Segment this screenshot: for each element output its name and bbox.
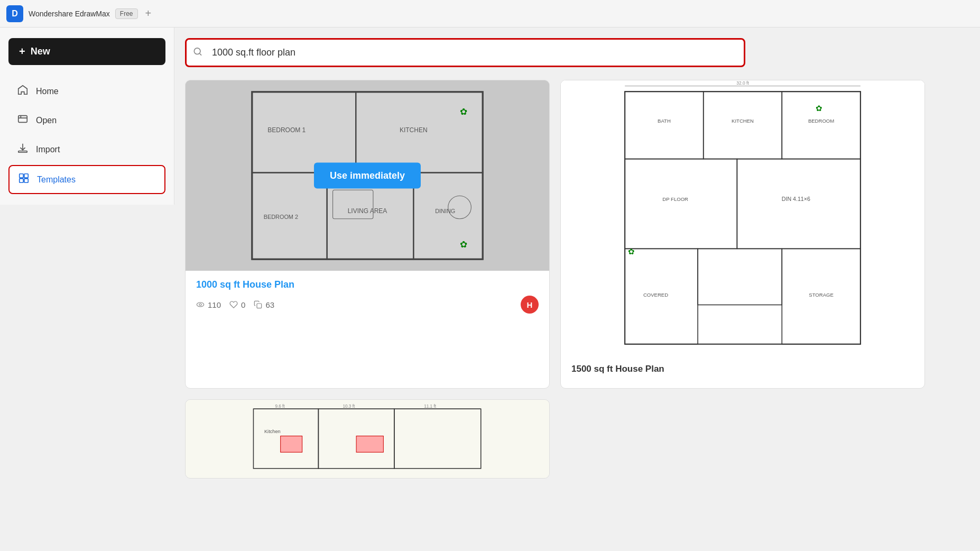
svg-text:DIN 4.11×6: DIN 4.11×6 — [782, 196, 810, 202]
new-tab-button[interactable]: + — [145, 7, 152, 20]
svg-text:DP FLOOR: DP FLOOR — [662, 196, 688, 202]
svg-text:BATH: BATH — [658, 118, 671, 124]
svg-text:9.6 ft: 9.6 ft — [275, 405, 285, 409]
svg-rect-48 — [394, 409, 481, 469]
copy-icon — [254, 300, 262, 309]
main-content: BEDROOM 1 KITCHEN BEDROOM 2 LIVING AREA … — [174, 27, 980, 551]
sidebar-item-home-label: Home — [36, 87, 59, 96]
app-logo: D — [6, 5, 23, 22]
svg-text:✿: ✿ — [460, 106, 467, 117]
svg-rect-25 — [625, 91, 861, 344]
svg-text:✿: ✿ — [816, 104, 822, 113]
sidebar-item-open-label: Open — [36, 116, 57, 125]
svg-rect-2 — [20, 174, 23, 178]
app-name: Wondershare EdrawMax — [29, 10, 110, 18]
svg-text:✿: ✿ — [628, 247, 635, 256]
views-count: 110 — [208, 300, 221, 309]
search-container — [185, 38, 969, 67]
logo-letter: D — [12, 9, 18, 19]
sidebar-item-templates-label: Templates — [37, 175, 76, 185]
svg-text:BEDROOM 2: BEDROOM 2 — [264, 214, 298, 220]
templates-grid: BEDROOM 1 KITCHEN BEDROOM 2 LIVING AREA … — [185, 80, 925, 479]
svg-rect-29 — [625, 159, 737, 249]
svg-point-6 — [194, 48, 200, 54]
heart-icon — [229, 300, 238, 309]
svg-rect-28 — [782, 91, 861, 159]
copies-count: 63 — [265, 300, 274, 309]
open-icon — [17, 113, 29, 127]
eye-icon — [196, 300, 205, 309]
new-button[interactable]: + New — [8, 38, 165, 65]
likes-stat: 0 — [229, 300, 245, 309]
likes-count: 0 — [241, 300, 245, 309]
svg-rect-0 — [19, 116, 27, 123]
svg-text:✿: ✿ — [460, 239, 467, 250]
sidebar-item-import-label: Import — [36, 145, 60, 154]
template-thumbnail-3: Kitchen 9.6 ft 10.3 ft 11.1 ft — [186, 400, 549, 478]
new-plus-icon: + — [19, 45, 25, 58]
svg-rect-5 — [24, 179, 28, 182]
sidebar: + New Home Open — [0, 27, 174, 205]
sidebar-item-import[interactable]: Import — [8, 136, 165, 163]
svg-rect-24 — [257, 304, 262, 308]
svg-text:KITCHEN: KITCHEN — [400, 126, 428, 134]
template-card-3[interactable]: Kitchen 9.6 ft 10.3 ft 11.1 ft — [185, 399, 550, 479]
template-info-1: 1000 sq ft House Plan 110 0 — [186, 271, 549, 322]
templates-icon — [18, 172, 30, 187]
svg-text:LIVING AREA: LIVING AREA — [348, 207, 387, 215]
svg-text:32.0 ft: 32.0 ft — [736, 80, 749, 86]
svg-rect-54 — [357, 436, 384, 453]
svg-text:DINING: DINING — [435, 208, 455, 214]
template-stats-1: 110 0 63 — [196, 296, 539, 314]
svg-text:Kitchen: Kitchen — [264, 429, 281, 435]
titlebar: D Wondershare EdrawMax Free + — [0, 0, 980, 27]
svg-text:COVERED: COVERED — [643, 292, 668, 298]
user-avatar-1: H — [521, 296, 539, 314]
template-card-1[interactable]: BEDROOM 1 KITCHEN BEDROOM 2 LIVING AREA … — [185, 80, 550, 389]
sidebar-item-open[interactable]: Open — [8, 107, 165, 134]
svg-point-22 — [197, 302, 204, 307]
template-thumbnail-1: BEDROOM 1 KITCHEN BEDROOM 2 LIVING AREA … — [186, 80, 549, 271]
copies-stat: 63 — [254, 300, 274, 309]
svg-text:BEDROOM: BEDROOM — [808, 118, 834, 124]
search-icon — [192, 46, 203, 59]
free-badge: Free — [115, 8, 138, 19]
main-layout: + New Home Open — [0, 27, 980, 551]
sidebar-wrapper: + New Home Open — [0, 27, 174, 551]
svg-rect-53 — [281, 436, 302, 453]
svg-rect-27 — [704, 91, 782, 159]
svg-rect-3 — [24, 174, 28, 178]
svg-rect-32 — [698, 249, 782, 305]
sidebar-item-home[interactable]: Home — [8, 78, 165, 105]
import-icon — [17, 142, 29, 157]
svg-rect-1 — [19, 151, 27, 153]
search-input[interactable] — [185, 38, 745, 67]
svg-text:BEDROOM 1: BEDROOM 1 — [267, 126, 306, 134]
svg-text:STORAGE: STORAGE — [809, 292, 834, 298]
views-stat: 110 — [196, 300, 221, 309]
svg-rect-4 — [20, 179, 23, 182]
svg-rect-26 — [625, 91, 704, 159]
home-icon — [17, 84, 29, 98]
template-card-2[interactable]: BATH KITCHEN BEDROOM DP FLOOR DIN 4.11×6… — [560, 80, 925, 389]
svg-text:10.3 ft: 10.3 ft — [343, 405, 355, 409]
template-title-2: 1500 sq ft House Plan — [571, 364, 914, 374]
new-button-label: New — [31, 46, 50, 57]
sidebar-item-templates[interactable]: Templates — [8, 165, 165, 194]
svg-rect-30 — [737, 159, 860, 249]
svg-text:KITCHEN: KITCHEN — [732, 118, 754, 124]
template-thumbnail-2: BATH KITCHEN BEDROOM DP FLOOR DIN 4.11×6… — [561, 80, 924, 355]
template-info-2: 1500 sq ft House Plan — [561, 355, 924, 388]
svg-text:11.1 ft: 11.1 ft — [424, 405, 437, 409]
use-immediately-button[interactable]: Use immediately — [314, 163, 421, 189]
template-title-1: 1000 sq ft House Plan — [196, 279, 539, 290]
svg-point-23 — [199, 304, 201, 306]
